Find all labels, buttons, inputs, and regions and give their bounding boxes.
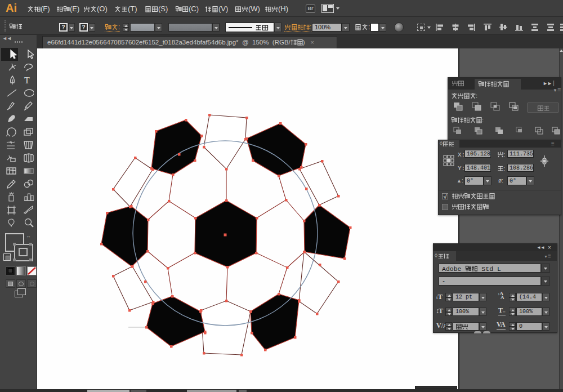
svg-text:T: T	[24, 75, 30, 85]
